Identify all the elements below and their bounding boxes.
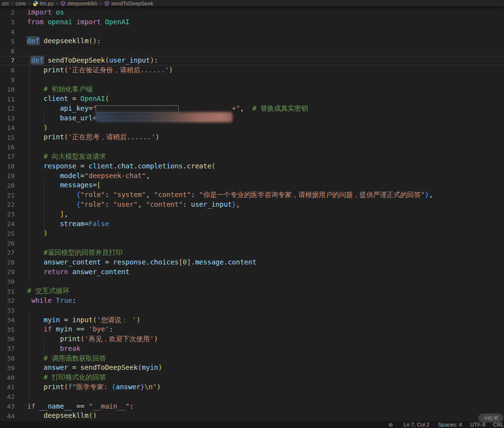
line-number[interactable]: 7 bbox=[0, 57, 15, 64]
line-number[interactable]: 37 bbox=[0, 345, 15, 352]
line-number[interactable]: 29 bbox=[0, 268, 15, 276]
code-text[interactable]: ) bbox=[27, 229, 48, 238]
code-line[interactable]: 19 model="deepseek-chat", bbox=[0, 171, 504, 181]
line-number[interactable]: 26 bbox=[0, 240, 15, 247]
line-number[interactable]: 27 bbox=[0, 249, 15, 256]
code-text[interactable]: ) bbox=[27, 123, 48, 133]
code-line[interactable]: 37 break bbox=[0, 344, 504, 354]
code-text[interactable]: {"role": "user", "content": user_input}, bbox=[27, 200, 240, 210]
line-number[interactable]: 35 bbox=[0, 326, 15, 333]
line-number[interactable]: 8 bbox=[0, 66, 15, 74]
line-number[interactable]: 9 bbox=[0, 76, 15, 83]
breadcrumb-item-sendToDeepSeek[interactable]: sendToDeepSeek bbox=[104, 0, 153, 6]
breadcrumb-item-src[interactable]: src bbox=[2, 0, 9, 6]
code-line[interactable]: 26 bbox=[0, 238, 504, 248]
line-number[interactable]: 14 bbox=[0, 124, 15, 132]
code-text[interactable]: if __name__ == "__main__": bbox=[27, 402, 134, 412]
do-not-disturb-icon[interactable]: ⊖ bbox=[388, 422, 393, 428]
code-line[interactable]: 31# 交互式循环 bbox=[0, 286, 504, 296]
code-line[interactable]: 27 #返回模型的回答并且打印 bbox=[0, 248, 504, 258]
code-line[interactable]: 40 # 打印格式化的回答 bbox=[0, 373, 504, 382]
code-line[interactable]: 14 ) bbox=[0, 123, 504, 133]
code-line[interactable]: 15 print('正在思考，请稍后......') bbox=[0, 132, 504, 142]
line-number[interactable]: 21 bbox=[0, 192, 15, 199]
line-number[interactable]: 38 bbox=[0, 355, 15, 362]
code-text[interactable]: print('正在验证身份，请稍后......') bbox=[27, 66, 173, 75]
code-line[interactable]: 2import os bbox=[0, 8, 504, 17]
breadcrumb-item-core[interactable]: core bbox=[16, 0, 26, 6]
code-line[interactable]: 20 messages=[ bbox=[0, 181, 504, 190]
code-line[interactable]: 23 ], bbox=[0, 210, 504, 219]
code-line[interactable]: 13 base_url="https://api.deepseek.com/v1… bbox=[0, 114, 504, 123]
line-number[interactable]: 12 bbox=[0, 105, 15, 112]
code-line[interactable]: 39 answer = sendToDeepSeek(myin) bbox=[0, 363, 504, 373]
code-line[interactable]: 43if __name__ == "__main__": bbox=[0, 402, 504, 412]
code-text[interactable]: # 交互式循环 bbox=[27, 286, 69, 296]
code-line[interactable]: 17 # 向大模型发送请求 bbox=[0, 152, 504, 162]
code-line[interactable]: 9 bbox=[0, 75, 504, 85]
code-editor[interactable]: 2import os3from openai import OpenAI45de… bbox=[0, 6, 504, 421]
code-line[interactable]: 36 print('再见，欢迎下次使用') bbox=[0, 334, 504, 344]
line-number[interactable]: 22 bbox=[0, 201, 15, 208]
line-number[interactable]: 41 bbox=[0, 383, 15, 391]
code-line[interactable]: 4 bbox=[0, 27, 504, 37]
code-text[interactable]: answer_content = response.choices[0].mes… bbox=[27, 258, 256, 267]
code-text[interactable]: deepseekllm() bbox=[27, 411, 97, 421]
code-line[interactable]: 29 return answer_content bbox=[0, 267, 504, 277]
code-line[interactable]: 30 bbox=[0, 277, 504, 286]
code-line[interactable]: 10 # 初始化客户端 bbox=[0, 84, 504, 94]
line-number[interactable]: 6 bbox=[0, 48, 15, 55]
line-number[interactable]: 2 bbox=[0, 9, 15, 16]
code-text[interactable]: break bbox=[27, 344, 81, 354]
code-text[interactable]: print(f"医学专家: {answer}\n") bbox=[27, 382, 161, 392]
code-line[interactable]: 21 {"role": "system", "content": "你是一个专业… bbox=[0, 190, 504, 200]
code-text[interactable]: response = client.chat.completions.creat… bbox=[27, 162, 216, 171]
line-number[interactable]: 43 bbox=[0, 403, 15, 410]
line-number[interactable]: 13 bbox=[0, 115, 15, 122]
line-number[interactable]: 39 bbox=[0, 364, 15, 372]
code-text[interactable]: def sendToDeepSeek(user_input): bbox=[27, 56, 158, 66]
code-line[interactable]: 28 answer_content = response.choices[0].… bbox=[0, 258, 504, 267]
breadcrumb-item-deepseekllm[interactable]: deepseekllm bbox=[60, 0, 98, 6]
code-line[interactable]: 7 def sendToDeepSeek(user_input): bbox=[0, 56, 504, 66]
code-line[interactable]: 33 bbox=[0, 306, 504, 315]
line-number[interactable]: 10 bbox=[0, 86, 15, 93]
code-line[interactable]: 6 bbox=[0, 46, 504, 56]
line-number[interactable]: 17 bbox=[0, 153, 15, 160]
code-text[interactable]: {"role": "system", "content": "你是一个专业的医学… bbox=[27, 190, 433, 200]
line-number[interactable]: 42 bbox=[0, 393, 15, 400]
line-number[interactable]: 5 bbox=[0, 38, 15, 45]
code-line[interactable]: 5def deepseekllm(): bbox=[0, 36, 504, 46]
code-line[interactable]: 11 client = OpenAI( bbox=[0, 94, 504, 104]
code-line[interactable]: 24 stream=False bbox=[0, 219, 504, 229]
code-line[interactable]: 3from openai import OpenAI bbox=[0, 17, 504, 27]
code-line[interactable]: 35 if myin == 'bye': bbox=[0, 325, 504, 334]
code-line[interactable]: 12 api_key=" +", # 替换成真实密钥 bbox=[0, 104, 504, 114]
line-number[interactable]: 20 bbox=[0, 182, 15, 189]
line-number[interactable]: 19 bbox=[0, 172, 15, 180]
line-number[interactable]: 32 bbox=[0, 297, 15, 304]
code-text[interactable]: myin = input('您请说： ') bbox=[27, 315, 140, 325]
code-line[interactable]: 38 # 调用函数获取回答 bbox=[0, 354, 504, 363]
line-number[interactable]: 4 bbox=[0, 28, 15, 35]
code-text[interactable]: return answer_content bbox=[27, 267, 130, 277]
code-text[interactable]: ], bbox=[27, 210, 68, 219]
code-text[interactable]: # 初始化客户端 bbox=[27, 84, 93, 94]
code-text[interactable]: messages=[ bbox=[27, 181, 101, 190]
line-number[interactable]: 11 bbox=[0, 96, 15, 103]
line-number[interactable]: 16 bbox=[0, 144, 15, 151]
line-number[interactable]: 34 bbox=[0, 316, 15, 324]
line-number[interactable]: 24 bbox=[0, 220, 15, 228]
code-text[interactable]: # 调用函数获取回答 bbox=[27, 354, 106, 363]
code-line[interactable]: 8 print('正在验证身份，请稍后......') bbox=[0, 66, 504, 75]
code-line[interactable]: 32 while True: bbox=[0, 296, 504, 306]
code-text[interactable]: answer = sendToDeepSeek(myin) bbox=[27, 363, 162, 373]
code-text[interactable]: # 向大模型发送请求 bbox=[27, 152, 106, 162]
line-number[interactable]: 30 bbox=[0, 278, 15, 285]
code-line[interactable]: 25 ) bbox=[0, 229, 504, 238]
code-text[interactable]: #返回模型的回答并且打印 bbox=[27, 248, 122, 258]
code-text[interactable]: from openai import OpenAI bbox=[27, 17, 130, 27]
code-line[interactable]: 18 response = client.chat.completions.cr… bbox=[0, 162, 504, 171]
code-text[interactable]: stream=False bbox=[27, 219, 109, 229]
code-text[interactable]: def deepseekllm(): bbox=[27, 36, 101, 46]
